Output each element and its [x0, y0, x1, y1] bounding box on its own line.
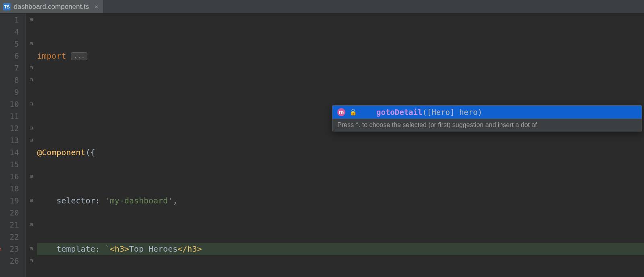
completion-item[interactable]: m 🔓 gotoDetail([Hero] hero): [332, 106, 642, 119]
code-area[interactable]: import ... @Component({ selector: 'my-da…: [37, 14, 644, 277]
line-number: 19: [0, 195, 19, 207]
access-modifier-icon: 🔓: [349, 109, 357, 116]
fold-end-icon[interactable]: ⊟: [28, 122, 35, 134]
fold-expand-icon[interactable]: ⊞: [28, 170, 35, 183]
line-number: 21: [0, 219, 19, 231]
tab-bar-spacer: [103, 0, 644, 13]
line-number: 15: [0, 158, 19, 170]
close-icon[interactable]: ×: [92, 3, 98, 10]
line-number: 12: [0, 122, 19, 134]
editor-tab-bar: TS dashboard.component.ts ×: [0, 0, 644, 14]
line-number: 20: [0, 207, 19, 219]
fold-collapse-icon[interactable]: ⊟: [28, 195, 35, 207]
code-line[interactable]: @Component({: [37, 146, 644, 158]
active-tab[interactable]: TS dashboard.component.ts ×: [0, 0, 103, 13]
fold-end-icon[interactable]: ⊟: [28, 98, 35, 110]
code-editor[interactable]: 1 4 5 6 7 8 9 10 11 12 13 14 15 16 18 19…: [0, 14, 644, 277]
line-number-gutter: 1 4 5 6 7 8 9 10 11 12 13 14 15 16 18 19…: [0, 14, 26, 277]
vcs-change-marker-icon: ↑: [0, 243, 2, 255]
line-number: 7: [0, 62, 19, 74]
line-number: 22: [0, 231, 19, 243]
fold-collapse-icon[interactable]: ⊟: [28, 134, 35, 146]
line-number: 16: [0, 170, 19, 183]
fold-end-icon[interactable]: ⊟: [28, 255, 35, 267]
fold-expand-icon[interactable]: ⊞: [28, 243, 35, 255]
typescript-file-icon: TS: [3, 3, 10, 10]
code-line[interactable]: import ...: [37, 50, 644, 62]
line-number: 18: [0, 183, 19, 195]
line-number: 11: [0, 110, 19, 122]
line-number: 5: [0, 38, 19, 50]
line-number: 13: [0, 134, 19, 146]
line-number: 26: [0, 255, 19, 267]
line-number: 1: [0, 14, 19, 26]
code-line[interactable]: template: `<h3>Top Heroes</h3>: [37, 243, 644, 255]
line-number: 14: [0, 146, 19, 158]
folded-region[interactable]: ...: [71, 52, 87, 60]
fold-collapse-icon[interactable]: ⊟: [28, 38, 35, 50]
code-line[interactable]: selector: 'my-dashboard',: [37, 195, 644, 207]
completion-hint: Press ^. to choose the selected (or firs…: [332, 119, 642, 131]
fold-end-icon[interactable]: ⊟: [28, 219, 35, 231]
fold-expand-icon[interactable]: ⊞: [28, 14, 35, 26]
line-number: 8: [0, 74, 19, 86]
line-number: 4: [0, 26, 19, 38]
line-number: 10: [0, 98, 19, 110]
code-completion-popup[interactable]: m 🔓 gotoDetail([Hero] hero) Press ^. to …: [332, 105, 642, 131]
fold-collapse-icon[interactable]: ⊟: [28, 62, 35, 74]
line-number: 6: [0, 50, 19, 62]
fold-collapse-icon[interactable]: ⊟: [28, 74, 35, 86]
completion-name: gotoDetail: [376, 108, 422, 117]
line-number: ↑ 23: [0, 243, 19, 255]
tab-filename: dashboard.component.ts: [14, 3, 89, 11]
method-kind-icon: m: [337, 108, 345, 116]
line-number: 9: [0, 86, 19, 98]
completion-signature: ([Hero] hero): [422, 108, 482, 117]
fold-gutter: ⊞ ⊟ ⊟ ⊟ ⊟ ⊟ ⊟ ⊞ ⊟ ⊟ ⊞ ⊟: [26, 14, 37, 277]
